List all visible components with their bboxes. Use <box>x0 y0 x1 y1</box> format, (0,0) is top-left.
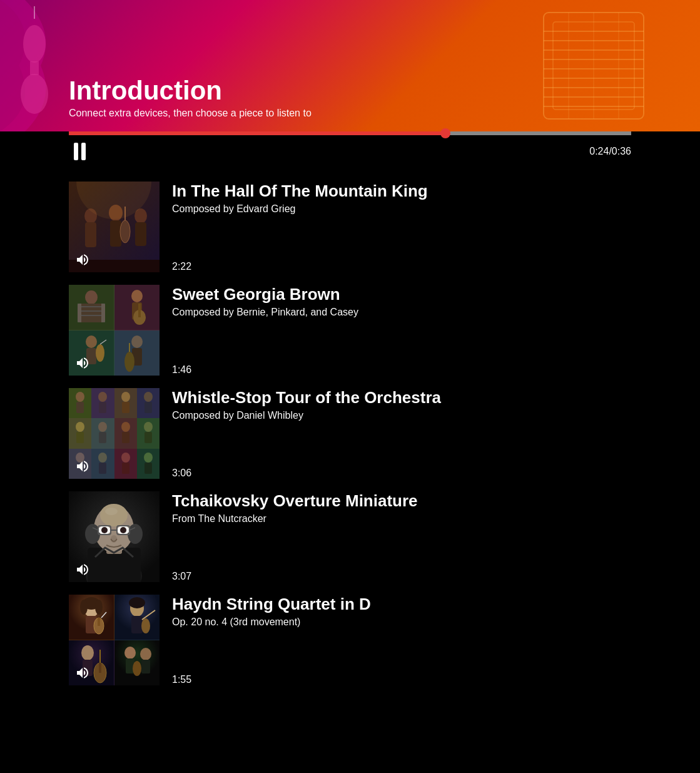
svg-rect-73 <box>122 432 129 443</box>
track-info: Sweet Georgia Brown Composed by Bernie, … <box>160 285 631 376</box>
track-info: Haydn String Quartet in D Op. 20 no. 4 (… <box>160 595 631 685</box>
pause-bar-left <box>74 143 78 160</box>
svg-point-63 <box>144 392 153 402</box>
pause-icon <box>74 143 86 160</box>
track-thumbnail <box>69 285 160 376</box>
thumb-cell <box>114 285 160 330</box>
player-controls: 0:24/0:36 <box>69 140 631 169</box>
svg-rect-23 <box>110 220 121 247</box>
track-duration: 3:06 <box>172 468 631 479</box>
track-info: In The Hall Of The Mountain King Compose… <box>160 182 631 272</box>
svg-point-75 <box>144 422 153 432</box>
svg-rect-138 <box>141 660 150 673</box>
svg-rect-27 <box>135 222 146 246</box>
svg-rect-64 <box>145 402 152 413</box>
track-title: Whistle-Stop Tour of the Orchestra <box>172 388 631 407</box>
svg-point-113 <box>80 600 88 615</box>
hero-banner: Introduction Connect extra devices, then… <box>0 0 700 131</box>
svg-point-14 <box>23 25 46 63</box>
svg-point-60 <box>121 392 130 402</box>
progress-bar[interactable] <box>69 131 631 135</box>
track-thumbnail <box>69 388 160 479</box>
volume-icon-overlay <box>74 458 91 475</box>
track-thumbnail <box>69 491 160 582</box>
svg-point-84 <box>121 453 130 463</box>
svg-rect-67 <box>76 432 84 443</box>
svg-point-49 <box>131 335 143 348</box>
track-title: In The Hall Of The Mountain King <box>172 182 631 201</box>
svg-point-44 <box>86 335 97 348</box>
thumb-cell <box>69 595 114 640</box>
track-duration: 3:07 <box>172 571 631 582</box>
hero-title-area: Introduction Connect extra devices, then… <box>69 76 312 119</box>
track-composer: Composed by Edvard Grieg <box>172 203 631 215</box>
svg-point-107 <box>120 527 126 533</box>
svg-rect-123 <box>131 616 143 633</box>
svg-point-39 <box>131 290 143 302</box>
volume-icon-overlay <box>74 251 91 269</box>
svg-rect-42 <box>138 304 141 317</box>
track-composer: Composed by Daniel Whibley <box>172 410 631 421</box>
volume-icon <box>75 459 90 474</box>
player-area: 0:24/0:36 <box>0 131 700 169</box>
svg-point-66 <box>76 422 84 432</box>
thumb-cell <box>114 640 160 686</box>
track-info: Tchaikovsky Overture Miniature From The … <box>160 491 631 582</box>
svg-point-57 <box>98 392 107 402</box>
thumb-cell <box>114 330 160 376</box>
svg-rect-58 <box>99 402 106 413</box>
track-item[interactable]: Haydn String Quartet in D Op. 20 no. 4 (… <box>69 595 631 685</box>
track-thumbnail <box>69 595 160 685</box>
svg-rect-76 <box>145 432 152 443</box>
track-item[interactable]: Sweet Georgia Brown Composed by Bernie, … <box>69 285 631 376</box>
track-duration: 1:46 <box>172 364 631 376</box>
svg-rect-85 <box>122 463 129 474</box>
progress-fill <box>69 131 445 135</box>
thumb-cell <box>69 285 114 330</box>
track-list: In The Hall Of The Mountain King Compose… <box>0 169 700 717</box>
volume-icon-overlay <box>74 664 91 682</box>
pause-button[interactable] <box>69 140 91 163</box>
svg-point-46 <box>96 344 104 362</box>
svg-rect-82 <box>99 463 106 474</box>
track-title: Tchaikovsky Overture Miniature <box>172 491 631 511</box>
hero-title: Introduction <box>69 76 312 105</box>
track-item[interactable]: Tchaikovsky Overture Miniature From The … <box>69 491 631 582</box>
track-thumbnail <box>69 182 160 272</box>
pause-bar-right <box>81 143 86 160</box>
svg-rect-131 <box>99 663 101 673</box>
volume-icon <box>75 356 90 371</box>
volume-icon <box>75 252 90 267</box>
svg-point-15 <box>21 74 48 114</box>
track-composer: Op. 20 no. 4 (3rd movement) <box>172 617 631 628</box>
svg-point-81 <box>98 453 107 463</box>
svg-point-114 <box>95 600 103 615</box>
volume-icon-overlay <box>74 561 91 578</box>
track-title: Sweet Georgia Brown <box>172 285 631 304</box>
volume-icon <box>75 665 90 680</box>
progress-handle[interactable] <box>440 128 450 138</box>
track-composer: From The Nutcracker <box>172 513 631 525</box>
svg-point-54 <box>76 392 84 402</box>
svg-point-87 <box>144 453 153 463</box>
track-info: Whistle-Stop Tour of the Orchestra Compo… <box>160 388 631 479</box>
svg-point-24 <box>120 220 130 243</box>
svg-rect-55 <box>76 402 84 413</box>
svg-point-106 <box>101 527 108 533</box>
svg-point-137 <box>140 648 151 660</box>
track-title: Haydn String Quartet in D <box>172 595 631 614</box>
svg-point-139 <box>133 661 141 676</box>
track-composer: Composed by Bernie, Pinkard, and Casey <box>172 307 631 318</box>
hero-subtitle: Connect extra devices, then choose a pie… <box>69 108 312 119</box>
volume-icon <box>75 562 90 577</box>
svg-point-122 <box>129 597 145 608</box>
svg-rect-16 <box>30 61 39 75</box>
svg-rect-88 <box>145 463 152 474</box>
svg-point-31 <box>85 290 98 304</box>
svg-point-98 <box>105 508 118 515</box>
track-item[interactable]: Whistle-Stop Tour of the Orchestra Compo… <box>69 388 631 479</box>
track-item[interactable]: In The Hall Of The Mountain King Compose… <box>69 182 631 272</box>
track-duration: 2:22 <box>172 261 631 272</box>
thumb-cell <box>114 595 160 640</box>
svg-point-128 <box>81 645 94 660</box>
